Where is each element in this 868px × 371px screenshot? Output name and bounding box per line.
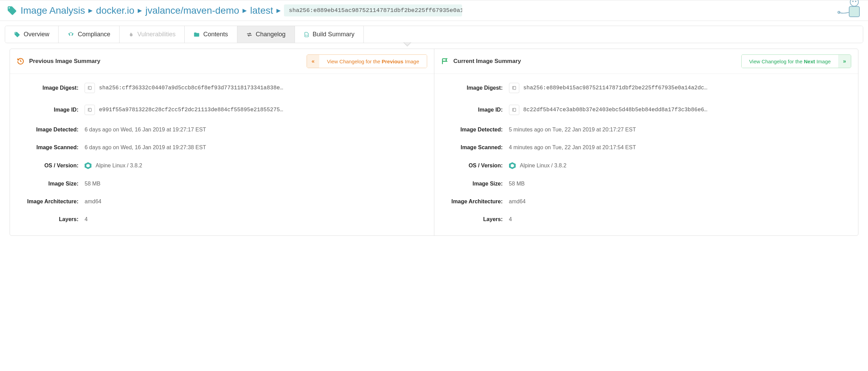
svg-rect-3 [849, 7, 859, 17]
tab-label: Vulnerabilities [137, 31, 175, 38]
tab-changelog[interactable]: Changelog [237, 26, 295, 43]
tab-vulnerabilities[interactable]: Vulnerabilities [120, 26, 185, 43]
current-image-panel: Current Image Summary View Changelog for… [434, 49, 858, 235]
label-image-id: Image ID: [443, 107, 503, 113]
label-image-digest: Image Digest: [443, 85, 503, 91]
previous-image-panel: Previous Image Summary « View Changelog … [10, 49, 434, 235]
tab-label: Compliance [78, 31, 110, 38]
label-layers: Layers: [18, 216, 78, 222]
previous-os: Alpine Linux / 3.8.2 [96, 163, 142, 169]
tab-label: Build Summary [313, 31, 355, 38]
label-layers: Layers: [443, 216, 503, 222]
previous-detected: 6 days ago on Wed, 16 Jan 2019 at 19:27:… [85, 127, 426, 133]
current-detected: 5 minutes ago on Tue, 22 Jan 2019 at 20:… [509, 127, 850, 133]
label-image-detected: Image Detected: [18, 127, 78, 133]
label-image-arch: Image Architecture: [443, 199, 503, 205]
current-digest: sha256:e889eb415ac987521147871dbf2be225f… [523, 85, 850, 91]
current-layers: 4 [509, 216, 850, 222]
changelog-panels: Previous Image Summary « View Changelog … [10, 49, 858, 236]
breadcrumb-root[interactable]: Image Analysis [21, 5, 85, 16]
label-image-arch: Image Architecture: [18, 199, 78, 205]
copy-digest-button[interactable] [85, 83, 95, 93]
tabs: Overview Compliance Vulnerabilities Cont… [5, 26, 863, 43]
double-chevron-right-icon: » [838, 55, 851, 68]
nav-label: View Changelog for the Next Image [742, 55, 838, 68]
label-image-size: Image Size: [18, 181, 78, 187]
os-icon [509, 162, 516, 169]
previous-scanned: 6 days ago on Wed, 16 Jan 2019 at 19:27:… [85, 144, 426, 151]
exchange-icon [246, 31, 252, 38]
tabs-spacer [364, 26, 863, 43]
previous-id: e991f55a97813228c28cf2cc5f2dc21113de884c… [99, 107, 426, 113]
label-image-size: Image Size: [443, 181, 503, 187]
svg-rect-6 [89, 108, 91, 111]
breadcrumb: Image Analysis ▶ docker.io ▶ jvalance/ma… [0, 0, 868, 21]
label-image-scanned: Image Scanned: [18, 144, 78, 151]
label-os-version: OS / Version: [443, 163, 503, 169]
current-arch: amd64 [509, 199, 850, 205]
flag-icon [441, 57, 449, 65]
label-image-scanned: Image Scanned: [443, 144, 503, 151]
tab-overview[interactable]: Overview [5, 26, 59, 43]
current-id: 8c22df5b447ce3ab08b37e2403ebc5d48b5eb84e… [523, 107, 850, 113]
copy-id-button[interactable] [85, 105, 95, 115]
tab-build-summary[interactable]: Build Summary [295, 26, 364, 43]
previous-layers: 4 [85, 216, 426, 222]
file-code-icon [304, 31, 309, 38]
folder-icon [194, 31, 200, 38]
chevron-right-icon: ▶ [138, 7, 142, 14]
svg-rect-5 [89, 86, 91, 89]
nav-label: View Changelog for the Previous Image [319, 55, 426, 68]
tab-label: Changelog [256, 31, 286, 38]
label-os-version: OS / Version: [18, 163, 78, 169]
tab-compliance[interactable]: Compliance [59, 26, 120, 43]
scale-icon [67, 31, 74, 38]
chevron-right-icon: ▶ [276, 7, 281, 14]
double-chevron-left-icon: « [307, 55, 320, 68]
label-image-digest: Image Digest: [18, 85, 78, 91]
fire-icon [128, 31, 134, 38]
chevron-right-icon: ▶ [243, 7, 247, 14]
svg-point-0 [850, 0, 858, 6]
tab-contents[interactable]: Contents [185, 26, 237, 43]
history-icon [17, 57, 24, 65]
breadcrumb-digest: sha256:e889eb415ac987521147871dbf2be225f… [284, 4, 462, 16]
breadcrumb-repo[interactable]: jvalance/maven-demo [145, 5, 239, 16]
copy-id-button[interactable] [509, 105, 519, 115]
svg-point-2 [855, 1, 856, 2]
svg-point-1 [852, 1, 854, 2]
breadcrumb-tag[interactable]: latest [250, 5, 273, 16]
svg-rect-8 [513, 108, 516, 111]
view-previous-changelog-button[interactable]: « View Changelog for the Previous Image [307, 54, 427, 68]
copy-digest-button[interactable] [509, 83, 519, 93]
os-icon [85, 162, 91, 169]
chevron-right-icon: ▶ [88, 7, 92, 14]
view-next-changelog-button[interactable]: View Changelog for the Next Image » [741, 54, 851, 68]
previous-size: 58 MB [85, 181, 426, 187]
previous-arch: amd64 [85, 199, 426, 205]
breadcrumb-registry[interactable]: docker.io [96, 5, 134, 16]
current-header-title: Current Image Summary [454, 58, 736, 65]
mascot-icon [837, 0, 865, 21]
tab-label: Contents [203, 31, 228, 38]
tag-icon [14, 31, 20, 38]
tab-label: Overview [24, 31, 49, 38]
current-size: 58 MB [509, 181, 850, 187]
label-image-detected: Image Detected: [443, 127, 503, 133]
tag-icon [7, 5, 17, 16]
previous-header-title: Previous Image Summary [29, 58, 302, 65]
current-scanned: 4 minutes ago on Tue, 22 Jan 2019 at 20:… [509, 144, 850, 151]
current-os: Alpine Linux / 3.8.2 [520, 163, 567, 169]
svg-rect-7 [513, 86, 516, 89]
previous-digest: sha256:cff36332c04407a9d5ccb8c6f8ef93d77… [99, 85, 426, 91]
label-image-id: Image ID: [18, 107, 78, 113]
